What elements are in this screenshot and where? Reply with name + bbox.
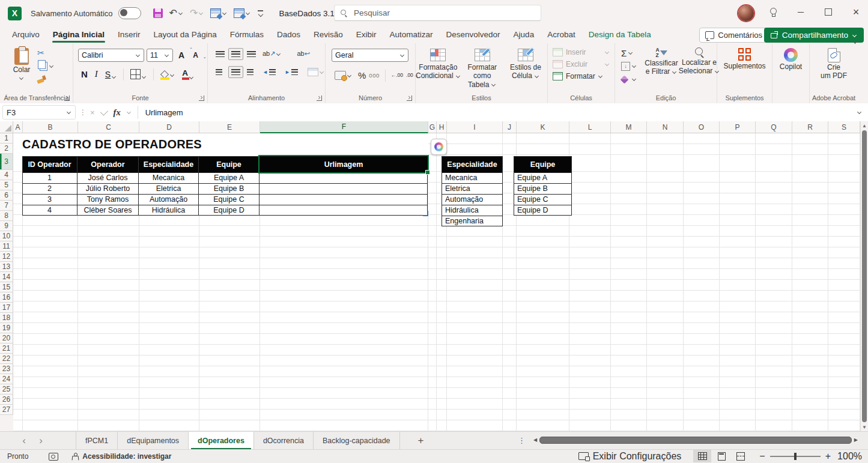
macro-record-icon[interactable] bbox=[49, 453, 58, 461]
align-center-button[interactable] bbox=[228, 66, 243, 78]
table-cell[interactable] bbox=[259, 195, 428, 205]
especialidade-item[interactable]: Engenharia bbox=[442, 216, 503, 226]
row-header-11[interactable]: 11 bbox=[0, 241, 13, 252]
row-header-20[interactable]: 20 bbox=[0, 333, 13, 343]
italic-button[interactable]: I bbox=[92, 68, 101, 80]
table-resize-handle[interactable] bbox=[423, 211, 428, 216]
page-layout-view-button[interactable] bbox=[712, 450, 730, 462]
redo-button[interactable]: ↷ bbox=[187, 7, 206, 20]
accounting-format-button[interactable] bbox=[332, 68, 355, 82]
scroll-down-icon[interactable]: ▼ bbox=[862, 423, 867, 431]
chevron-down-icon[interactable] bbox=[112, 74, 117, 79]
font-color-button[interactable]: A bbox=[179, 68, 197, 81]
zoom-slider-thumb[interactable] bbox=[794, 453, 797, 460]
column-header-E[interactable]: E bbox=[199, 121, 260, 133]
row-header-27[interactable]: 27 bbox=[0, 405, 13, 415]
delete-cells-button[interactable]: Excluir bbox=[548, 58, 615, 70]
table-cell[interactable]: 4 bbox=[22, 205, 77, 216]
dialog-launcher-icon[interactable] bbox=[199, 95, 204, 101]
row-header-19[interactable]: 19 bbox=[0, 323, 13, 333]
chevron-down-icon[interactable] bbox=[189, 75, 194, 80]
chevron-down-icon[interactable] bbox=[170, 73, 175, 77]
align-top-button[interactable] bbox=[213, 48, 228, 60]
addins-button[interactable]: Suplementos bbox=[717, 43, 772, 71]
name-box[interactable]: F3 bbox=[2, 105, 76, 120]
chevron-down-icon[interactable] bbox=[49, 64, 54, 68]
zoom-out-button[interactable]: − bbox=[759, 451, 765, 462]
table-cell[interactable] bbox=[259, 173, 428, 183]
copy-button[interactable] bbox=[37, 61, 54, 71]
equipe-item[interactable]: Equipe B bbox=[514, 184, 572, 194]
increase-decimal-button[interactable]: ←.00 bbox=[391, 73, 403, 78]
especialidade-list-header[interactable]: Especialidade bbox=[442, 156, 503, 172]
number-format-select[interactable]: Geral bbox=[332, 49, 408, 62]
comments-button[interactable]: Comentários bbox=[699, 28, 768, 43]
row-header-2[interactable]: 2 bbox=[0, 144, 13, 154]
autosum-button[interactable]: Σ bbox=[621, 47, 637, 58]
column-header-C[interactable]: C bbox=[78, 121, 139, 133]
ribbon-tab-página-inicial[interactable]: Página Inicial bbox=[46, 28, 111, 43]
scroll-left-icon[interactable]: ◀ bbox=[533, 437, 537, 443]
zoom-level[interactable]: 100% bbox=[834, 451, 862, 462]
chevron-down-icon[interactable] bbox=[222, 11, 227, 16]
ribbon-tab-ajuda[interactable]: Ajuda bbox=[507, 28, 541, 43]
column-header-A[interactable]: A bbox=[13, 121, 23, 133]
excel-app-icon[interactable]: X bbox=[8, 7, 22, 20]
row-header-10[interactable]: 10 bbox=[0, 231, 13, 241]
row-header-18[interactable]: 18 bbox=[0, 313, 13, 323]
especialidade-item[interactable]: Automação bbox=[442, 195, 503, 205]
column-header-B[interactable]: B bbox=[23, 121, 78, 133]
especialidade-item[interactable]: Eletrica bbox=[442, 184, 503, 194]
align-left-button[interactable] bbox=[213, 66, 228, 78]
equipe-item[interactable]: Equipe A bbox=[514, 173, 572, 183]
column-header-R[interactable]: R bbox=[792, 121, 828, 133]
chevron-down-icon[interactable] bbox=[276, 52, 281, 56]
column-header-H[interactable]: H bbox=[437, 121, 447, 133]
previous-sheet-button[interactable]: ‹ bbox=[16, 432, 32, 449]
column-header-L[interactable]: L bbox=[569, 121, 611, 133]
ribbon-tab-exibir[interactable]: Exibir bbox=[350, 28, 383, 43]
table-cell[interactable]: Automação bbox=[139, 195, 199, 205]
align-right-button[interactable] bbox=[244, 66, 259, 78]
row-header-12[interactable]: 12 bbox=[0, 252, 13, 262]
chevron-down-icon[interactable] bbox=[628, 50, 633, 55]
row-header-22[interactable]: 22 bbox=[0, 354, 13, 364]
percent-style-button[interactable]: % bbox=[358, 70, 366, 80]
row-header-9[interactable]: 9 bbox=[0, 221, 13, 231]
column-header-F[interactable]: F bbox=[260, 121, 428, 133]
decrease-font-button[interactable]: Aˇ bbox=[190, 50, 201, 61]
table-cell[interactable]: 2 bbox=[22, 184, 77, 194]
row-header-15[interactable]: 15 bbox=[0, 282, 13, 292]
restore-button[interactable] bbox=[818, 0, 839, 24]
column-header-K[interactable]: K bbox=[517, 121, 569, 133]
column-header-O[interactable]: O bbox=[684, 121, 720, 133]
orientation-button[interactable]: ab↗ bbox=[259, 47, 284, 60]
ribbon-tab-dados[interactable]: Dados bbox=[270, 28, 307, 43]
table-column-header[interactable]: ID Operador bbox=[22, 156, 77, 172]
cancel-entry-icon[interactable]: × bbox=[90, 108, 95, 117]
column-header-S[interactable]: S bbox=[828, 121, 860, 133]
especialidade-item[interactable]: Hidráulica bbox=[442, 205, 503, 216]
expand-formula-bar-icon[interactable] bbox=[857, 110, 862, 115]
format-table-quick-button-2[interactable] bbox=[231, 7, 253, 20]
table-cell[interactable]: Cléber Soares bbox=[77, 205, 139, 216]
align-middle-button[interactable] bbox=[228, 48, 243, 60]
ribbon-tab-fórmulas[interactable]: Fórmulas bbox=[223, 28, 270, 43]
equipe-item[interactable]: Equipe D bbox=[514, 205, 572, 216]
row-header-23[interactable]: 23 bbox=[0, 364, 13, 374]
cut-button[interactable]: ✂ bbox=[37, 47, 54, 58]
horizontal-scrollbar-thumb[interactable] bbox=[539, 437, 852, 444]
column-header-D[interactable]: D bbox=[139, 121, 199, 133]
lightbulb-icon[interactable] bbox=[768, 8, 778, 17]
create-pdf-button[interactable]: Crieum PDF bbox=[810, 43, 858, 80]
column-header-N[interactable]: N bbox=[647, 121, 684, 133]
table-cell[interactable]: 3 bbox=[22, 195, 77, 205]
table-column-header[interactable]: Urlimagem bbox=[259, 156, 428, 172]
underline-button[interactable]: S bbox=[102, 68, 120, 80]
font-size-select[interactable]: 11 bbox=[147, 49, 173, 62]
sheet-tab-dequipamentos[interactable]: dEquipamentos bbox=[117, 432, 188, 449]
sort-filter-button[interactable]: AZ Classificare Filtrar bbox=[643, 43, 680, 76]
row-header-5[interactable]: 5 bbox=[0, 180, 13, 190]
row-header-21[interactable]: 21 bbox=[0, 343, 13, 354]
confirm-entry-icon[interactable] bbox=[100, 107, 108, 115]
